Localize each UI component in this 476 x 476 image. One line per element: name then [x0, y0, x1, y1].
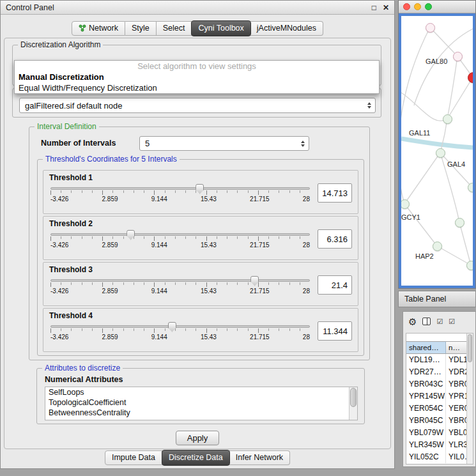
- gear-icon[interactable]: ⚙: [408, 317, 417, 326]
- table-row[interactable]: YDR27… YDR2…: [406, 366, 466, 378]
- network-node[interactable]: [426, 23, 435, 33]
- table-cell[interactable]: YBL0…: [446, 427, 466, 439]
- table-cell[interactable]: YER0…: [446, 403, 466, 415]
- list-item[interactable]: SelfLoops: [45, 387, 357, 397]
- scale-label: 15.43: [201, 288, 217, 295]
- table-panel-window: ⚙ ☑ ☑ shared… n… YDL19… YDL1… YDR27… YDR…: [403, 311, 476, 467]
- table-row[interactable]: YBL079W YBL0…: [406, 427, 466, 439]
- list-item[interactable]: BetweennessCentrality: [45, 408, 357, 418]
- select-all-icon[interactable]: ☑: [436, 318, 443, 325]
- list-item[interactable]: TopologicalCoefficient: [45, 397, 357, 408]
- network-node[interactable]: [455, 218, 464, 227]
- list-scrollbar[interactable]: [349, 387, 357, 420]
- table-cell[interactable]: YBR045C: [406, 415, 446, 427]
- threshold-2-value-input[interactable]: [318, 229, 352, 249]
- table-cell[interactable]: YBR0…: [446, 378, 466, 390]
- window-title: Control Panel: [6, 3, 365, 12]
- stepper-icon: [367, 102, 371, 109]
- scale-label: 28: [303, 334, 310, 341]
- network-node[interactable]: [468, 183, 475, 192]
- dropdown-item-equal-width-frequency[interactable]: Equal Width/Frequency Discretization: [15, 82, 379, 93]
- close-button[interactable]: [403, 3, 410, 10]
- tab-jactivemnodules[interactable]: jActiveMNodules: [250, 21, 323, 36]
- zoom-button[interactable]: [425, 3, 432, 10]
- threshold-3-panel: Threshold 3 -3.426 2.859 9.144 15.4: [43, 262, 358, 306]
- table-row[interactable]: YBR045C YBR0…: [406, 415, 466, 427]
- select-none-icon[interactable]: ☑: [449, 318, 455, 325]
- threshold-label: Threshold 3: [49, 265, 352, 274]
- table-row[interactable]: YDL19… YDL1…: [406, 354, 466, 366]
- columns-icon[interactable]: [422, 318, 431, 325]
- table-cell[interactable]: YBL079W: [406, 427, 446, 439]
- tab-infer-network[interactable]: Infer Network: [229, 450, 290, 465]
- table-cell[interactable]: YIL052C: [406, 451, 446, 463]
- network-node[interactable]: [436, 148, 445, 158]
- table-cell[interactable]: YDL19…: [406, 354, 446, 366]
- tab-label: Style: [132, 24, 150, 33]
- table-cell[interactable]: YPR1…: [446, 390, 466, 403]
- scale-label: 21.715: [250, 288, 270, 295]
- scale-label: 28: [303, 288, 310, 295]
- stepper-icon: [301, 141, 305, 147]
- scale-label: 21.715: [250, 334, 270, 341]
- slider-scale: -3.426 2.859 9.144 15.43 21.715 28: [50, 334, 310, 341]
- network-node[interactable]: [466, 261, 475, 270]
- tab-style[interactable]: Style: [125, 21, 157, 36]
- table-row[interactable]: YLR345W YLR3…: [406, 439, 466, 451]
- network-node[interactable]: [400, 199, 410, 209]
- threshold-1-value-input[interactable]: [318, 183, 352, 203]
- scale-label: -3.426: [50, 288, 68, 295]
- threshold-1-slider[interactable]: [50, 187, 310, 190]
- minimize-button[interactable]: [414, 3, 421, 10]
- group-title: Attributes to discretize: [42, 364, 123, 372]
- apply-button[interactable]: Apply: [176, 431, 219, 445]
- tab-label: jActiveMNodules: [257, 24, 316, 33]
- dropdown-item-placeholder[interactable]: Select algorithm to view settings: [15, 61, 379, 72]
- network-canvas[interactable]: GAL80 GAL11 GAL4 GCY1 HAP2: [399, 13, 475, 288]
- threshold-4-slider[interactable]: [50, 325, 310, 328]
- tab-impute-data[interactable]: Impute Data: [105, 450, 162, 465]
- threshold-3-value-input[interactable]: [318, 275, 352, 295]
- threshold-4-value-input[interactable]: [318, 321, 352, 341]
- dropdown-item-manual-discretization[interactable]: Manual Discretization: [15, 72, 379, 82]
- table-cell[interactable]: YLR3…: [446, 439, 466, 451]
- table-row[interactable]: YBR043C YBR0…: [406, 378, 466, 390]
- table-header-row: shared… n…: [406, 341, 466, 354]
- number-of-intervals-combobox[interactable]: 5: [139, 136, 309, 151]
- table-cell[interactable]: YER054C: [406, 403, 446, 415]
- table-cell[interactable]: YPR145W: [406, 390, 446, 403]
- tab-select[interactable]: Select: [157, 21, 192, 36]
- table-row[interactable]: YER054C YER0…: [406, 403, 466, 415]
- table-cell[interactable]: YDR27…: [406, 366, 446, 378]
- threshold-3-slider[interactable]: [50, 279, 310, 282]
- table-cell[interactable]: YDR2…: [446, 366, 466, 378]
- table-scrollbar[interactable]: [466, 334, 473, 464]
- attributes-to-discretize-group: Attributes to discretize Numerical Attri…: [36, 368, 365, 424]
- table-cell[interactable]: YBR043C: [406, 378, 446, 390]
- table-cell[interactable]: YBR0…: [446, 415, 466, 427]
- table-cell[interactable]: YIL0…: [446, 451, 466, 463]
- node-label: GCY1: [401, 213, 420, 221]
- network-node[interactable]: [453, 52, 463, 61]
- table-cell[interactable]: YLR345W: [406, 439, 446, 451]
- scrollbar-thumb[interactable]: [468, 334, 472, 362]
- table-row[interactable]: YIL052C YIL0…: [406, 451, 466, 463]
- scrollbar-thumb[interactable]: [350, 388, 357, 407]
- network-node-selected[interactable]: [468, 72, 475, 83]
- network-node[interactable]: [443, 114, 452, 124]
- close-window-icon[interactable]: ✕: [383, 3, 389, 12]
- table-cell[interactable]: YDL1…: [446, 354, 466, 366]
- column-header-shared-name[interactable]: shared…: [406, 341, 446, 354]
- node-table: shared… n… YDL19… YDL1… YDR27… YDR2… YBR…: [406, 333, 473, 464]
- tab-cyni-toolbox[interactable]: Cyni Toolbox: [191, 20, 250, 36]
- tab-discretize-data[interactable]: Discretize Data: [162, 450, 230, 466]
- scale-label: 28: [303, 196, 310, 203]
- table-row[interactable]: YPR145W YPR1…: [406, 390, 466, 403]
- network-node[interactable]: [433, 242, 442, 251]
- float-window-icon[interactable]: □: [372, 3, 376, 12]
- column-header-name[interactable]: n…: [446, 341, 466, 354]
- scale-label: 2.859: [102, 334, 118, 341]
- threshold-2-slider[interactable]: [50, 233, 310, 236]
- tab-network[interactable]: Network: [72, 21, 125, 36]
- table-data-combobox[interactable]: galFiltered.sif default node: [19, 98, 376, 113]
